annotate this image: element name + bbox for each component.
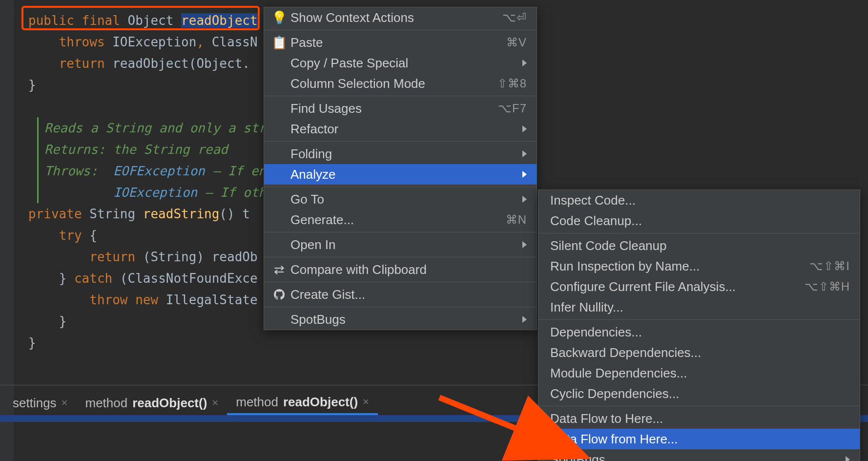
submenu-module-deps[interactable]: Module Dependencies... bbox=[538, 363, 860, 383]
menu-create-gist[interactable]: Create Gist... bbox=[264, 284, 537, 305]
submenu-spotbugs[interactable]: SpotBugs bbox=[538, 449, 860, 461]
context-menu: 💡Show Context Actions ⌥⏎ 📋Paste ⌘V Copy … bbox=[264, 7, 537, 330]
menu-separator bbox=[264, 30, 537, 30]
menu-separator bbox=[264, 141, 537, 142]
menu-label: Backward Dependencies... bbox=[550, 345, 701, 360]
menu-compare-clipboard[interactable]: ⇄Compare with Clipboard bbox=[264, 259, 537, 280]
chevron-right-icon bbox=[846, 456, 850, 461]
method-readObject[interactable]: readObject bbox=[181, 13, 258, 28]
close-icon[interactable]: × bbox=[212, 397, 218, 409]
brace-close: } bbox=[59, 271, 74, 286]
menu-label: Code Cleanup... bbox=[550, 213, 642, 229]
type-illegal: IllegalState bbox=[166, 293, 258, 307]
catch-paren: (ClassNotFoundExce bbox=[120, 271, 258, 286]
menu-label: Paste bbox=[290, 35, 323, 50]
kw-public: public bbox=[28, 13, 82, 28]
menu-separator bbox=[264, 307, 537, 307]
chevron-right-icon bbox=[522, 150, 527, 157]
submenu-run-inspection[interactable]: Run Inspection by Name...⌥⇧⌘I bbox=[538, 256, 860, 276]
doc-returns-label: Returns: bbox=[44, 142, 113, 157]
menu-show-context-actions[interactable]: 💡Show Context Actions ⌥⏎ bbox=[264, 7, 537, 28]
menu-paste[interactable]: 📋Paste ⌘V bbox=[264, 32, 537, 53]
tab-label-name: readObject() bbox=[132, 396, 207, 411]
tab-label: settings bbox=[13, 396, 57, 411]
chevron-right-icon bbox=[522, 196, 527, 203]
menu-refactor[interactable]: Refactor bbox=[264, 119, 537, 139]
close-icon[interactable]: × bbox=[363, 396, 369, 408]
shortcut: ⌥⏎ bbox=[502, 11, 527, 24]
kw-try: try bbox=[59, 228, 90, 243]
kw-private: private bbox=[28, 207, 89, 221]
menu-spotbugs[interactable]: SpotBugs bbox=[264, 309, 537, 330]
menu-open-in[interactable]: Open In bbox=[264, 234, 537, 255]
type-string: String bbox=[89, 207, 143, 221]
kw-return2: return bbox=[89, 250, 143, 264]
kw-catch: catch bbox=[74, 271, 120, 286]
menu-separator bbox=[264, 96, 537, 96]
bulb-icon: 💡 bbox=[273, 10, 286, 25]
menu-label: Show Context Actions bbox=[290, 10, 414, 25]
submenu-inspect-code[interactable]: Inspect Code... bbox=[538, 190, 860, 210]
menu-separator bbox=[538, 233, 860, 233]
submenu-dataflow-to[interactable]: Data Flow to Here... bbox=[538, 408, 860, 429]
menu-column-selection[interactable]: Column Selection Mode ⇧⌘8 bbox=[264, 73, 537, 94]
menu-label: Configure Current File Analysis... bbox=[550, 279, 736, 294]
menu-label: Generate... bbox=[290, 212, 354, 228]
menu-label: Data Flow to Here... bbox=[550, 411, 663, 426]
menu-label: Go To bbox=[290, 192, 324, 207]
submenu-dependencies[interactable]: Dependencies... bbox=[538, 322, 860, 342]
tab-method-1[interactable]: method readObject() × bbox=[76, 391, 227, 415]
kw-final: final bbox=[82, 13, 128, 28]
tab-method-2-active[interactable]: method readObject() × bbox=[227, 391, 378, 415]
menu-separator bbox=[538, 406, 860, 406]
cast-string: (String) bbox=[143, 250, 212, 264]
kw-return: return bbox=[59, 56, 113, 71]
call-readObject: readObject bbox=[112, 56, 189, 71]
call-readOb: readOb bbox=[212, 250, 258, 264]
menu-copy-paste-special[interactable]: Copy / Paste Special bbox=[264, 53, 537, 73]
menu-separator bbox=[264, 257, 537, 257]
menu-label: Refactor bbox=[290, 122, 338, 137]
menu-goto[interactable]: Go To bbox=[264, 189, 537, 210]
close-icon[interactable]: × bbox=[62, 397, 68, 409]
chevron-right-icon bbox=[522, 241, 527, 248]
menu-label: Silent Code Cleanup bbox=[550, 238, 667, 253]
submenu-dataflow-from[interactable]: Data Flow from Here... bbox=[538, 429, 860, 449]
shortcut: ⇧⌘8 bbox=[497, 77, 527, 90]
sig-rest: () t bbox=[219, 207, 250, 221]
menu-label: SpotBugs bbox=[290, 312, 346, 327]
shortcut: ⌥⇧⌘H bbox=[805, 280, 850, 293]
kw-new: new bbox=[135, 293, 166, 307]
ex-class: ClassN bbox=[212, 35, 258, 49]
submenu-configure-analysis[interactable]: Configure Current File Analysis...⌥⇧⌘H bbox=[538, 276, 860, 297]
menu-separator bbox=[264, 282, 537, 282]
chevron-right-icon bbox=[522, 60, 527, 66]
shortcut: ⌘V bbox=[506, 36, 527, 49]
doc-throws-label: Throws: bbox=[44, 164, 113, 178]
kw-throws: throws bbox=[59, 35, 113, 49]
menu-generate[interactable]: Generate... ⌘N bbox=[264, 210, 537, 230]
chevron-right-icon bbox=[522, 171, 527, 178]
submenu-infer-nullity[interactable]: Infer Nullity... bbox=[538, 297, 860, 317]
clipboard-icon: 📋 bbox=[273, 35, 286, 50]
menu-label: Create Gist... bbox=[290, 287, 365, 302]
tab-settings[interactable]: settings × bbox=[4, 391, 76, 415]
menu-find-usages[interactable]: Find Usages ⌥F7 bbox=[264, 98, 537, 119]
method-readString[interactable]: readString bbox=[143, 207, 220, 221]
menu-label: Analyze bbox=[290, 167, 336, 182]
menu-label: Run Inspection by Name... bbox=[550, 259, 700, 274]
menu-separator bbox=[538, 319, 860, 320]
submenu-silent-cleanup[interactable]: Silent Code Cleanup bbox=[538, 235, 860, 256]
comma: , bbox=[196, 35, 211, 49]
menu-folding[interactable]: Folding bbox=[264, 144, 537, 164]
ex-io: IOException bbox=[112, 35, 196, 49]
analyze-submenu: Inspect Code... Code Cleanup... Silent C… bbox=[538, 189, 860, 461]
submenu-code-cleanup[interactable]: Code Cleanup... bbox=[538, 210, 860, 231]
menu-label: Column Selection Mode bbox=[290, 76, 425, 91]
submenu-backward-deps[interactable]: Backward Dependencies... bbox=[538, 342, 860, 363]
menu-analyze[interactable]: Analyze bbox=[264, 164, 537, 185]
submenu-cyclic-deps[interactable]: Cyclic Dependencies... bbox=[538, 383, 860, 404]
tab-label-prefix: method bbox=[236, 395, 278, 410]
doc-throws-eof: EOFException bbox=[113, 164, 205, 178]
menu-label: Compare with Clipboard bbox=[290, 262, 427, 277]
